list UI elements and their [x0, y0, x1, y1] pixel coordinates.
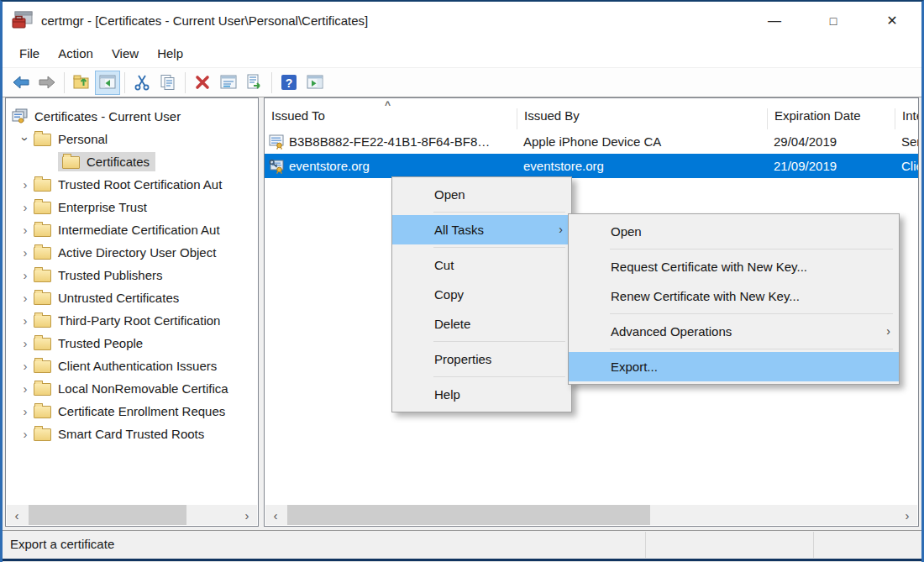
chevron-right-icon[interactable]: › [17, 405, 34, 418]
window-title: certmgr - [Certificates - Current User\P… [41, 13, 368, 28]
list-horizontal-scrollbar[interactable]: ‹ › [265, 505, 917, 525]
menu-action[interactable]: Action [49, 43, 102, 64]
tree-item-trusted-people[interactable]: › Trusted People [6, 332, 258, 355]
toolbar: ? [3, 68, 921, 97]
chevron-right-icon[interactable]: › [17, 382, 34, 395]
intended-purposes-value: Serv [895, 134, 918, 149]
menu-file[interactable]: File [10, 43, 49, 64]
show-console-tree-button[interactable] [95, 71, 120, 95]
folder-icon [34, 338, 51, 350]
context-menu-item-help[interactable]: Help [392, 380, 571, 409]
tree-item-certificates[interactable]: Certificates [6, 150, 258, 173]
chevron-right-icon[interactable]: › [17, 314, 34, 327]
menu-separator [610, 349, 893, 349]
tree-item-untrusted-certificates[interactable]: › Untrusted Certificates [6, 286, 258, 309]
tree-item-intermediate[interactable]: › Intermediate Certification Aut [6, 218, 258, 241]
window-bottom-edge [3, 559, 921, 562]
tree-item-third-party-root[interactable]: › Third-Party Root Certification [6, 309, 258, 332]
column-header-issued-to[interactable]: Issued To [265, 108, 517, 129]
context-menu-item-open[interactable]: Open [392, 180, 571, 209]
context-menu-item-properties[interactable]: Properties [392, 344, 571, 374]
submenu-item-open[interactable]: Open [569, 217, 899, 246]
tree-item-label: Third-Party Root Certification [58, 313, 220, 328]
delete-button[interactable] [190, 71, 215, 95]
context-menu-item-delete[interactable]: Delete [392, 309, 571, 339]
tree-item-local-nonremovable[interactable]: › Local NonRemovable Certifica [6, 377, 258, 400]
show-action-pane-icon [306, 73, 324, 92]
scrollbar-thumb[interactable] [287, 505, 650, 525]
scroll-left-arrow-icon[interactable]: ‹ [7, 505, 27, 525]
submenu-item-renew-certificate[interactable]: Renew Certificate with New Key... [569, 281, 899, 311]
chevron-right-icon[interactable]: › [17, 337, 34, 349]
tree-item-label: Personal [58, 132, 108, 146]
folder-icon [34, 270, 51, 282]
up-one-level-icon [72, 73, 91, 92]
chevron-right-icon[interactable]: › [17, 292, 34, 304]
chevron-right-icon[interactable]: › [17, 269, 34, 281]
properties-button[interactable] [216, 71, 241, 95]
menu-view[interactable]: View [102, 43, 148, 64]
close-button[interactable]: ✕ [863, 2, 921, 39]
minimize-button[interactable]: — [745, 2, 804, 39]
folder-icon [34, 247, 51, 260]
folder-icon [34, 224, 51, 237]
scroll-right-arrow-icon[interactable]: › [897, 505, 917, 525]
chevron-right-icon[interactable]: › [17, 428, 34, 440]
context-menu-item-copy[interactable]: Copy [392, 280, 571, 309]
submenu-item-export[interactable]: Export... [569, 352, 899, 381]
tree-item-trusted-root[interactable]: › Trusted Root Certification Aut [6, 173, 258, 196]
forward-button[interactable] [34, 71, 60, 95]
context-menu-item-cut[interactable]: Cut [392, 250, 571, 280]
scrollbar-thumb[interactable] [29, 505, 186, 525]
certificate-with-key-icon [269, 159, 285, 174]
back-icon [12, 73, 30, 92]
cut-button[interactable] [129, 71, 155, 95]
tree-item-smart-card-trusted-roots[interactable]: › Smart Card Trusted Roots [6, 423, 258, 445]
certificate-store-icon [12, 108, 29, 124]
tree-item-trusted-publishers[interactable]: › Trusted Publishers [6, 264, 258, 286]
folder-icon [34, 292, 51, 305]
copy-button[interactable] [155, 71, 181, 95]
tree-item-label: Certificates - Current User [34, 109, 181, 123]
folder-icon [34, 315, 51, 328]
chevron-right-icon[interactable]: › [17, 360, 34, 372]
up-one-level-button[interactable] [69, 71, 94, 95]
column-header-intended-purposes[interactable]: Inte [895, 108, 918, 129]
console-tree-panel: Certificates - Current User › Personal C… [5, 97, 259, 527]
tree-item-cert-enrollment-requests[interactable]: › Certificate Enrollment Reques [6, 400, 258, 423]
chevron-down-icon[interactable]: › [19, 131, 32, 148]
chevron-right-icon[interactable]: › [17, 201, 34, 213]
tree-item-label: Intermediate Certification Aut [58, 223, 220, 237]
status-divider [813, 532, 814, 558]
submenu-item-advanced-operations[interactable]: Advanced Operations › [569, 317, 899, 346]
maximize-button[interactable]: □ [804, 2, 863, 39]
tree-item-certificates-current-user[interactable]: Certificates - Current User [6, 105, 258, 128]
scroll-right-arrow-icon[interactable]: › [237, 505, 257, 525]
help-button[interactable]: ? [276, 71, 302, 95]
context-menu-item-all-tasks[interactable]: All Tasks › [392, 215, 571, 244]
chevron-right-icon[interactable]: › [17, 178, 34, 191]
cut-icon [133, 73, 151, 92]
scroll-left-arrow-icon[interactable]: ‹ [265, 505, 286, 525]
chevron-right-icon[interactable]: › [17, 223, 34, 236]
properties-icon [219, 73, 238, 92]
export-list-icon [245, 73, 264, 92]
issued-to-value: eventstore.org [289, 159, 370, 173]
back-button[interactable] [8, 71, 34, 95]
tree-item-enterprise-trust[interactable]: › Enterprise Trust [6, 196, 258, 218]
certificate-row[interactable]: B3B8B882-FE22-41B1-8F64-BF8… Apple iPhon… [265, 129, 918, 154]
show-action-pane-button[interactable] [302, 71, 328, 95]
tree-item-active-directory[interactable]: › Active Directory User Object [6, 241, 258, 264]
tree-item-client-auth-issuers[interactable]: › Client Authentication Issuers [6, 355, 258, 377]
expiration-date-value: 21/09/2019 [767, 159, 895, 173]
tree-item-label: Client Authentication Issuers [58, 359, 217, 373]
column-header-expiration-date[interactable]: Expiration Date [767, 108, 895, 129]
certificate-row-selected[interactable]: eventstore.org eventstore.org 21/09/2019… [265, 154, 918, 178]
export-list-button[interactable] [242, 71, 267, 95]
tree-horizontal-scrollbar[interactable]: ‹ › [7, 505, 257, 525]
column-header-issued-by[interactable]: Issued By [517, 108, 767, 129]
submenu-item-request-certificate[interactable]: Request Certificate with New Key... [569, 252, 899, 281]
menu-help[interactable]: Help [148, 43, 192, 64]
chevron-right-icon[interactable]: › [17, 246, 34, 259]
tree-item-personal[interactable]: › Personal [6, 128, 258, 150]
